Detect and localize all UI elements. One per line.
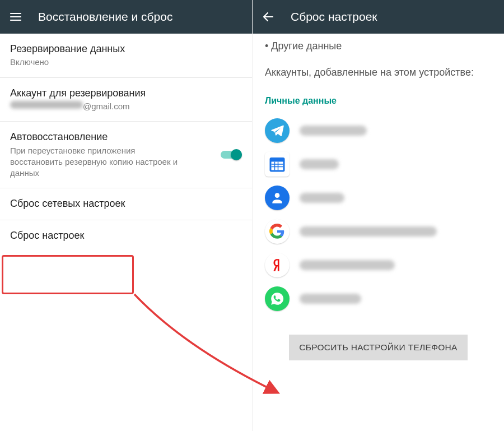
screen-backup-reset: Восстановление и сброс Резервирование да… [0,0,252,431]
item-title: Резервирование данных [10,43,242,55]
account-whatsapp [265,282,492,316]
svg-rect-1 [272,162,283,170]
account-contacts [265,181,492,215]
item-backup-account[interactable]: Аккаунт для резервирования @gmail.com [0,78,252,122]
item-title: Аккаунт для резервирования [10,87,242,100]
item-title: Автовосстановление [10,131,178,143]
item-autorestore[interactable]: Автовосстановление При переустановке при… [0,122,252,188]
item-subtitle: Включено [10,57,200,68]
item-backup-data[interactable]: Резервирование данных Включено [0,34,252,78]
redacted-label [300,159,339,169]
account-google [265,215,492,248]
calendar-icon [265,152,290,177]
redacted-label [300,226,437,237]
account-telegram [265,114,492,147]
account-yandex [265,248,492,282]
redacted-label [300,126,367,136]
item-factory-reset[interactable]: Сброс настроек [0,220,252,251]
appbar-title: Восстановление и сброс [38,10,172,24]
bullet-other-data: • Другие данные [265,40,492,52]
appbar-left: Восстановление и сброс [0,0,252,34]
telegram-icon [265,118,290,143]
settings-list: Резервирование данных Включено Аккаунт д… [0,34,252,431]
item-title: Сброс сетевых настроек [10,197,242,210]
redacted-label [300,260,395,270]
account-suffix: @gmail.com [83,101,130,111]
screen-reset-confirm: Сброс настроек • Другие данные Аккаунты,… [252,0,504,431]
item-title: Сброс настроек [10,229,242,242]
item-network-reset[interactable]: Сброс сетевых настроек [0,188,252,220]
autorestore-switch[interactable] [221,149,242,160]
svg-point-2 [275,193,280,198]
google-icon [265,219,290,244]
redacted-account-prefix [10,101,83,109]
item-subtitle: При переустановке приложения восстановит… [10,145,178,179]
redacted-label [300,294,361,304]
section-personal-label: Личные данные [265,96,492,106]
appbar-right: Сброс настроек [253,0,504,34]
appbar-title: Сброс настроек [291,10,377,24]
item-subtitle: @gmail.com [10,101,200,112]
reset-phone-button[interactable]: СБРОСИТЬ НАСТРОЙКИ ТЕЛЕФОНА [289,335,468,360]
hamburger-icon[interactable] [9,10,22,24]
whatsapp-icon [265,286,290,311]
yandex-icon [265,253,290,277]
person-icon [265,186,290,210]
back-icon[interactable] [262,10,275,24]
accounts-list [265,114,492,316]
redacted-label [300,193,344,203]
reset-body: • Другие данные Аккаунты, добавленные на… [253,34,504,360]
accounts-intro: Аккаунты, добавленные на этом устройстве… [265,66,492,79]
account-calendar [265,147,492,181]
